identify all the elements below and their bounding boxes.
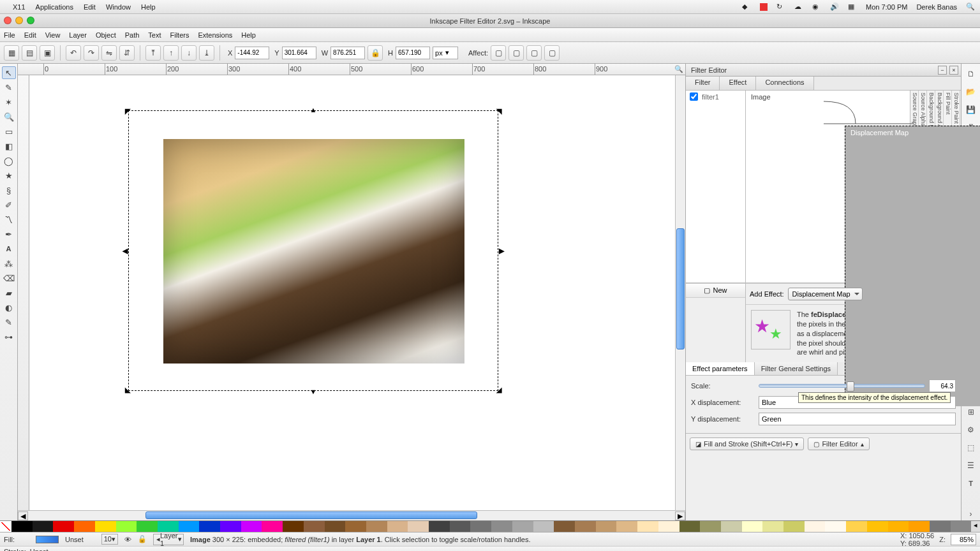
doc-props-icon[interactable]: ⚙ <box>964 423 978 436</box>
color-swatch[interactable] <box>220 521 241 532</box>
color-swatch[interactable] <box>616 521 637 532</box>
color-swatch[interactable] <box>345 521 366 532</box>
bucket-tool-icon[interactable]: ▰ <box>2 286 16 299</box>
color-swatch[interactable] <box>846 521 867 532</box>
menu-filters[interactable]: Filters <box>170 31 189 39</box>
color-swatch[interactable] <box>742 521 763 532</box>
bezier-tool-icon[interactable]: 〽 <box>2 213 16 226</box>
zoom-button[interactable] <box>27 17 34 24</box>
scrollbar-horizontal[interactable]: ◀ ▶ <box>18 510 685 520</box>
text-props-icon[interactable]: T <box>964 477 978 490</box>
new-filter-button[interactable]: ▢New <box>686 283 745 298</box>
menu-x11[interactable]: X11 <box>13 3 26 11</box>
visibility-icon[interactable]: 👁 <box>124 536 131 543</box>
menu-edit[interactable]: Edit <box>84 3 96 11</box>
rect-tool-icon[interactable]: ▭ <box>2 125 16 138</box>
embedded-image[interactable] <box>163 139 464 364</box>
color-swatch[interactable] <box>596 521 617 532</box>
pencil-tool-icon[interactable]: ✐ <box>2 198 16 211</box>
menu-path[interactable]: Path <box>125 31 140 39</box>
color-swatch[interactable] <box>867 521 888 532</box>
color-swatch[interactable] <box>554 521 575 532</box>
filter-list[interactable]: filter1 <box>686 91 746 283</box>
color-swatch[interactable] <box>909 521 930 532</box>
fill-indicator[interactable] <box>36 536 59 543</box>
no-fill-swatch[interactable] <box>0 521 11 532</box>
spiral-tool-icon[interactable]: § <box>2 184 16 196</box>
color-swatch[interactable] <box>700 521 721 532</box>
lock-aspect-icon[interactable]: 🔒 <box>368 45 383 61</box>
zoom-input[interactable] <box>951 534 976 545</box>
menu-window[interactable]: Window <box>106 3 131 11</box>
select-all-icon[interactable]: ▦ <box>4 45 19 61</box>
canvas[interactable]: ◤ ◥ ◣ ◢ ▲ ▼ ◀ ▶ <box>29 75 675 510</box>
zoom-fit-icon[interactable]: 🔍 <box>674 65 683 73</box>
tab-connections[interactable]: Connections <box>756 77 813 90</box>
color-swatch[interactable] <box>575 521 596 532</box>
h-input[interactable] <box>396 47 430 59</box>
menu-layer[interactable]: Layer <box>69 31 87 39</box>
menu-applications[interactable]: Applications <box>36 3 73 11</box>
color-swatch[interactable] <box>805 521 826 532</box>
lower-icon[interactable]: ↓ <box>181 45 197 61</box>
color-swatch[interactable] <box>179 521 200 532</box>
raise-icon[interactable]: ↑ <box>163 45 179 61</box>
color-swatch[interactable] <box>533 521 554 532</box>
close-button[interactable] <box>4 17 11 24</box>
new-doc-icon[interactable]: 🗋 <box>964 68 978 80</box>
affect-gradient-icon[interactable]: ▢ <box>526 45 542 61</box>
guides-icon[interactable]: ⊞ <box>964 406 978 418</box>
unit-dropdown[interactable]: px▾ <box>433 47 458 59</box>
menu-edit[interactable]: Edit <box>24 31 36 39</box>
menu-object[interactable]: Object <box>96 31 116 39</box>
color-swatch[interactable] <box>116 521 137 532</box>
menu-extensions[interactable]: Extensions <box>198 31 232 39</box>
calligraphy-tool-icon[interactable]: ✒ <box>2 228 16 240</box>
gradient-tool-icon[interactable]: ◐ <box>2 301 16 314</box>
scale-input[interactable] <box>929 379 956 392</box>
color-swatch[interactable] <box>783 521 805 532</box>
color-swatch[interactable] <box>262 521 283 532</box>
color-swatch[interactable] <box>679 521 701 532</box>
y-disp-dropdown[interactable]: Green <box>759 413 956 425</box>
color-swatch[interactable] <box>53 521 74 532</box>
flip-v-icon[interactable]: ⇵ <box>119 45 135 61</box>
color-swatch[interactable] <box>429 521 450 532</box>
color-swatch[interactable] <box>658 521 679 532</box>
add-effect-dropdown[interactable]: Displacement Map <box>788 288 863 300</box>
w-input[interactable] <box>330 47 365 59</box>
menubar-clock[interactable]: Mon 7:00 PM <box>866 3 907 11</box>
rotate-cw-icon[interactable]: ↷ <box>84 45 99 61</box>
rotate-ccw-icon[interactable]: ↶ <box>66 45 81 61</box>
select-in-layers-icon[interactable]: ▤ <box>22 45 37 61</box>
tab-effect[interactable]: Effect <box>720 77 756 90</box>
text-tool-icon[interactable]: A <box>2 242 16 255</box>
color-swatch[interactable] <box>283 521 304 532</box>
affect-pattern-icon[interactable]: ▢ <box>544 45 560 61</box>
color-swatch[interactable] <box>304 521 325 532</box>
ellipse-tool-icon[interactable]: ◯ <box>2 154 16 167</box>
xml-editor-icon[interactable]: ⬚ <box>964 441 978 454</box>
tab-filter-general[interactable]: Filter General Settings <box>755 362 838 375</box>
selector-tool-icon[interactable]: ↖ <box>2 66 16 79</box>
scrollbar-thumb[interactable] <box>145 511 477 519</box>
scrollbar-vertical[interactable] <box>675 75 685 510</box>
tab-effect-parameters[interactable]: Effect parameters <box>686 362 755 375</box>
flip-h-icon[interactable]: ⇋ <box>101 45 117 61</box>
align-icon[interactable]: ☰ <box>964 459 978 472</box>
color-swatch[interactable] <box>387 521 408 532</box>
color-swatch[interactable] <box>825 521 846 532</box>
x-input[interactable] <box>235 47 269 59</box>
opacity-spin[interactable]: 10▾ <box>101 534 118 545</box>
menu-text[interactable]: Text <box>148 31 161 39</box>
minimize-button[interactable] <box>15 17 23 24</box>
menu-view[interactable]: View <box>45 31 61 39</box>
color-swatch[interactable] <box>95 521 116 532</box>
deselect-icon[interactable]: ▣ <box>40 45 55 61</box>
affect-stroke-icon[interactable]: ▢ <box>491 45 506 61</box>
lower-bottom-icon[interactable]: ⤓ <box>199 45 214 61</box>
dropper-tool-icon[interactable]: ✎ <box>2 316 16 328</box>
color-swatch[interactable] <box>470 521 491 532</box>
color-swatch[interactable] <box>951 521 972 532</box>
color-swatch[interactable] <box>450 521 471 532</box>
